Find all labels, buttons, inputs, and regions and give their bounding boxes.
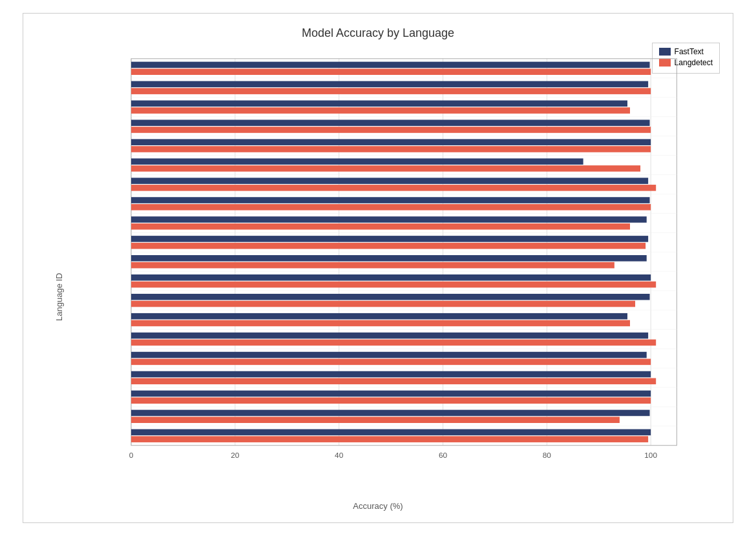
svg-rect-45 bbox=[131, 216, 647, 223]
svg-rect-66 bbox=[131, 320, 630, 327]
svg-rect-29 bbox=[131, 139, 651, 145]
svg-text:60: 60 bbox=[439, 451, 448, 459]
chart-container: Model Accuracy by Language Language ID A… bbox=[23, 13, 733, 523]
svg-rect-81 bbox=[131, 391, 651, 397]
y-axis-label: Language ID bbox=[54, 273, 64, 321]
svg-rect-57 bbox=[131, 274, 651, 281]
svg-rect-37 bbox=[131, 178, 648, 184]
svg-rect-21 bbox=[131, 101, 627, 107]
svg-rect-53 bbox=[131, 255, 647, 262]
svg-rect-74 bbox=[131, 359, 651, 366]
svg-rect-18 bbox=[131, 88, 651, 94]
svg-rect-46 bbox=[131, 223, 630, 230]
svg-rect-73 bbox=[131, 352, 647, 358]
svg-rect-54 bbox=[131, 262, 614, 269]
svg-rect-65 bbox=[131, 313, 627, 320]
svg-rect-61 bbox=[131, 294, 650, 300]
svg-rect-58 bbox=[131, 282, 656, 288]
svg-rect-41 bbox=[131, 197, 650, 203]
svg-text:80: 80 bbox=[543, 451, 552, 459]
svg-rect-26 bbox=[131, 127, 651, 133]
svg-rect-14 bbox=[131, 68, 651, 75]
svg-text:40: 40 bbox=[335, 451, 344, 459]
svg-text:0: 0 bbox=[129, 451, 134, 459]
chart-title: Model Accuracy by Language bbox=[23, 26, 733, 40]
svg-rect-17 bbox=[131, 81, 648, 88]
svg-rect-77 bbox=[131, 371, 651, 378]
svg-rect-34 bbox=[131, 165, 640, 172]
svg-rect-69 bbox=[131, 333, 648, 339]
svg-rect-86 bbox=[131, 417, 620, 423]
svg-rect-25 bbox=[131, 119, 650, 126]
svg-rect-89 bbox=[131, 429, 651, 436]
svg-rect-38 bbox=[131, 185, 656, 191]
svg-rect-42 bbox=[131, 204, 651, 211]
svg-rect-22 bbox=[131, 107, 630, 114]
svg-rect-85 bbox=[131, 410, 650, 417]
svg-rect-70 bbox=[131, 340, 656, 346]
svg-rect-82 bbox=[131, 397, 651, 404]
svg-text:20: 20 bbox=[231, 451, 240, 459]
svg-rect-33 bbox=[131, 158, 583, 165]
svg-text:100: 100 bbox=[644, 451, 657, 459]
svg-rect-90 bbox=[131, 436, 648, 442]
svg-rect-49 bbox=[131, 236, 648, 242]
svg-rect-50 bbox=[131, 243, 646, 249]
svg-rect-13 bbox=[131, 62, 650, 68]
svg-rect-30 bbox=[131, 146, 651, 152]
svg-rect-78 bbox=[131, 378, 656, 385]
plot-area: 020406080100ChineseVietnameseUrduTurkish… bbox=[127, 52, 694, 471]
x-axis-label: Accuracy (%) bbox=[23, 501, 733, 511]
svg-rect-62 bbox=[131, 301, 635, 307]
chart-svg: 020406080100ChineseVietnameseUrduTurkish… bbox=[127, 52, 694, 471]
